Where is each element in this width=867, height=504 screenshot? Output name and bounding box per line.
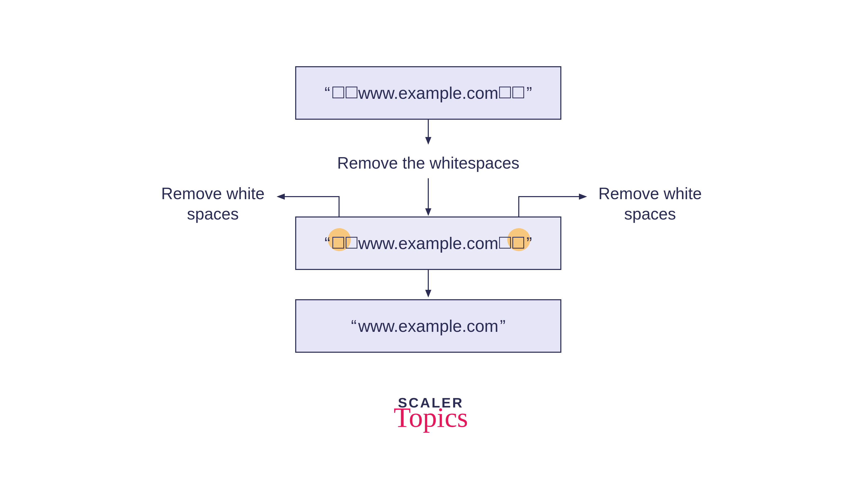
whitespace-icon — [512, 87, 524, 98]
output-text: www.example.com — [358, 316, 499, 336]
output-box: “ www.example.com ” — [295, 299, 561, 353]
whitespace-icon — [346, 237, 357, 249]
svg-marker-1 — [425, 137, 431, 145]
middle-text: www.example.com — [358, 233, 499, 253]
arrow-down-icon — [425, 120, 431, 145]
open-quote: “ — [324, 233, 330, 253]
arrow-right-elbow-icon — [516, 194, 588, 219]
middle-box-content: “ www.example.com ” — [323, 233, 534, 253]
open-quote: “ — [324, 83, 330, 103]
whitespace-icon — [499, 87, 511, 98]
left-step-label-line1: Remove white — [161, 184, 265, 203]
input-text: www.example.com — [358, 83, 499, 103]
center-step-label: Remove the whitespaces — [326, 153, 530, 173]
whitespace-icon — [512, 237, 524, 249]
logo-line2: Topics — [387, 403, 474, 431]
close-quote: ” — [526, 233, 532, 253]
svg-marker-3 — [425, 208, 431, 216]
arrow-left-elbow-icon — [277, 194, 343, 219]
input-box-content: “ www.example.com ” — [323, 83, 534, 103]
input-box: “ www.example.com ” — [295, 66, 561, 120]
whitespace-icon — [332, 87, 344, 98]
whitespace-icon — [499, 237, 511, 249]
output-box-content: “ www.example.com ” — [350, 316, 507, 336]
right-step-label-line2: spaces — [624, 205, 676, 223]
middle-box: “ www.example.com ” — [295, 217, 561, 270]
svg-marker-4 — [277, 194, 285, 200]
svg-marker-5 — [579, 194, 587, 200]
open-quote: “ — [351, 316, 357, 336]
left-step-label: Remove white spaces — [152, 183, 274, 224]
close-quote: ” — [526, 83, 532, 103]
whitespace-icon — [346, 87, 357, 98]
brand-logo: SCALER Topics — [387, 395, 474, 431]
svg-marker-7 — [425, 290, 431, 297]
whitespace-icon — [332, 237, 344, 249]
right-step-label-line1: Remove white — [598, 184, 702, 203]
left-step-label-line2: spaces — [187, 205, 239, 223]
close-quote: ” — [500, 316, 505, 336]
diagram-stage: “ www.example.com ” Remove the whitespac… — [0, 0, 867, 504]
arrow-down-icon — [425, 270, 431, 298]
right-step-label: Remove white spaces — [589, 183, 711, 224]
arrow-down-icon — [425, 178, 431, 217]
